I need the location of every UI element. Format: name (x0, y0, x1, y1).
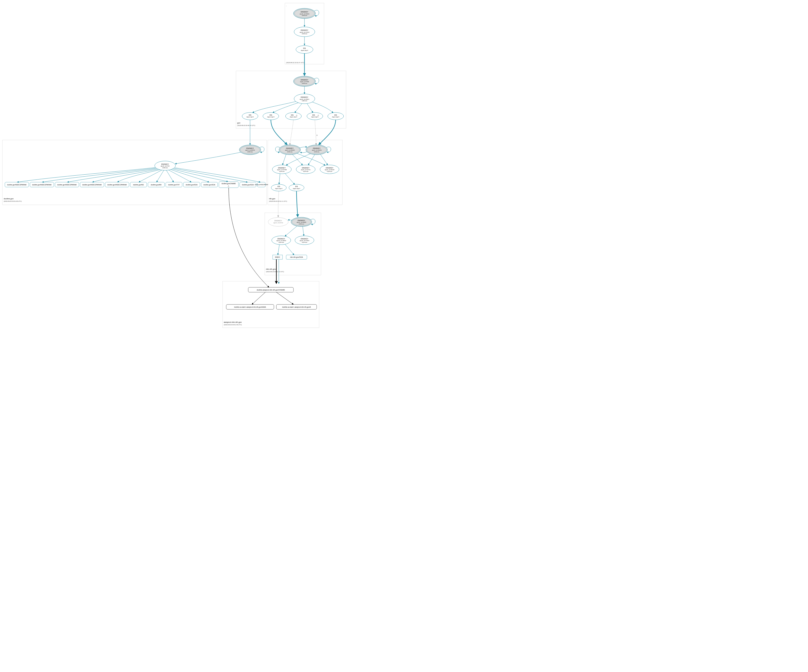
gov-zsk: DNSKEY alg=8, id=40921 1280 bits (294, 94, 315, 104)
svg-text:alg=8, id=38792: alg=8, id=38792 (245, 149, 255, 151)
zone-nlm-label: nlm.nih.gov (266, 268, 276, 270)
zone-nlm: nlm.nih.gov (2023-08-23 00:51:42 UTC) DN… (265, 213, 321, 275)
zone-docline-ts: (2023-08-23 00:51:08 UTC) (4, 200, 22, 202)
svg-rect-95 (2, 140, 267, 205)
svg-text:alg=8, id=20326: alg=8, id=20326 (300, 13, 309, 15)
root-ksk: DNSKEY alg=8, id=20326 2048 bits (294, 8, 319, 18)
svg-text:alg=8, id=40921: alg=8, id=40921 (300, 98, 309, 100)
nih-zsk2: DNSKEY alg=8, id=32751 1024 bits (296, 165, 315, 174)
nih-ds1: DS digest alg=2 (271, 184, 286, 191)
zone-nih-label: nih.gov (269, 198, 275, 200)
warning-icon: ⚠ (228, 185, 229, 187)
nih-ksk2: DNSKEY alg=8, id=32209 2048 bits (306, 145, 331, 155)
svg-text:alg=8, id=22726: alg=8, id=22726 (274, 222, 283, 223)
svg-text:docline-us-east-1.awsprod.nlm.: docline-us-east-1.awsprod.nlm.nih.gov/AA… (234, 306, 266, 308)
zone-nlm-ts: (2023-08-23 00:51:42 UTC) (266, 271, 284, 272)
zone-awsprod-ts: (2023-08-23 00:51:48 UTC) (224, 324, 242, 325)
svg-text:1024 bits: 1024 bits (327, 171, 332, 172)
svg-text:alg=8, id=59039: alg=8, id=59039 (285, 149, 294, 151)
svg-text:DNSKEY: DNSKEY (278, 167, 285, 169)
svg-text:docline.gov/MX: docline.gov/MX (151, 184, 162, 186)
svg-text:digest alg=2: digest alg=2 (293, 188, 300, 189)
svg-text:docline.gov/NS: docline.gov/NS (133, 184, 144, 186)
svg-text:DS: DS (295, 185, 298, 188)
svg-text:2048 bits: 2048 bits (314, 151, 320, 153)
svg-text:alg=8, id=2730: alg=8, id=2730 (161, 165, 169, 167)
nlm-zsk1: DNSKEY alg=8, id=18450 1024 bits (272, 236, 291, 245)
svg-text:docline.gov/NSEC3PARAM: docline.gov/NSEC3PARAM (32, 184, 52, 186)
awsprod-aaaa: docline-us-east-1.awsprod.nlm.nih.gov/AA… (226, 304, 274, 309)
svg-text:1024 bits: 1024 bits (279, 171, 285, 172)
svg-text:DNSKEY: DNSKEY (301, 29, 308, 31)
svg-text:DNSKEY: DNSKEY (326, 167, 333, 169)
svg-text:DNSKEY: DNSKEY (161, 163, 169, 165)
svg-text:DNSKEY: DNSKEY (277, 238, 285, 240)
svg-text:2048 bits: 2048 bits (299, 223, 304, 225)
nlm-zsk2: DNSKEY alg=8, id=37904 1024 bits (295, 236, 314, 245)
svg-text:2048 bits: 2048 bits (302, 83, 307, 84)
docline-rr5: docline.gov/NS (130, 182, 147, 187)
svg-text:docline.gov/SOA: docline.gov/SOA (185, 184, 198, 186)
awsprod-a: docline-us-east-1.awsprod.nlm.nih.gov/A (276, 304, 317, 309)
docline-rr9: docline.gov/SOA (201, 182, 218, 187)
warning-icon: ⚠ (317, 115, 319, 116)
svg-text:NSEC: NSEC (275, 256, 280, 258)
nlm-nsec: NSEC (273, 255, 282, 260)
zone-gov-label: gov (237, 122, 240, 124)
svg-text:1024 bits: 1024 bits (302, 242, 307, 243)
svg-text:docline.gov/TXT: docline.gov/TXT (168, 184, 180, 186)
svg-text:docline.gov/CNAME: docline.gov/CNAME (222, 183, 236, 185)
svg-text:digest alg=2: digest alg=2 (247, 116, 254, 118)
svg-text:DS: DS (277, 185, 280, 188)
zone-root-ts: (2023-08-22 23:31:37 UTC) (286, 62, 304, 63)
svg-text:DNSKEY: DNSKEY (301, 11, 308, 13)
nlm-ksk: DNSKEY alg=8, id=49585 2048 bits (291, 217, 315, 227)
svg-text:digest alg=2: digest alg=2 (301, 50, 308, 51)
svg-text:docline.gov/NSEC3PARAM: docline.gov/NSEC3PARAM (57, 184, 77, 186)
svg-text:alg=8, id=49585: alg=8, id=49585 (297, 222, 306, 223)
docline-rr10: docline.gov/CNAME ⚠ (219, 182, 239, 188)
docline-rr2: docline.gov/NSEC3PARAM (55, 182, 79, 187)
svg-text:DNSKEY: DNSKEY (246, 147, 254, 149)
zone-nih: nih.gov (2023-08-23 00:51:11 UTC) DNSKEY… (268, 140, 342, 205)
svg-text:alg=8, id=37904: alg=8, id=37904 (300, 240, 309, 241)
docline-rr1: docline.gov/NSEC3PARAM (30, 182, 54, 187)
nlm-ksk-grey: DNSKEY alg=8, id=22726 (268, 218, 288, 227)
nih-zsk3: DNSKEY alg=8, id=35230 1024 bits (320, 165, 339, 174)
root-zsk: DNSKEY alg=8, id=11019 2048 bits (294, 27, 315, 37)
zone-docline-label: docline.gov (4, 198, 13, 200)
docline-rr7: docline.gov/TXT (166, 182, 182, 187)
warning-icon: ⚠ (296, 115, 297, 116)
svg-text:2048 bits: 2048 bits (287, 151, 293, 153)
gov-ds4: DS ⚠ digest alg=1 (307, 112, 323, 120)
svg-text:alg=8, id=32209: alg=8, id=32209 (312, 149, 321, 151)
svg-text:1024 bits: 1024 bits (279, 242, 284, 243)
gov-ds5: DS digest alg=2 (328, 112, 344, 120)
docline-rr12: docline.gov/NSEC3PARAM (255, 182, 268, 187)
zone-root-label: . (286, 4, 287, 7)
docline-rr4: docline.gov/NSEC3PARAM (105, 182, 129, 187)
dnssec-diagram: . (2023-08-22 23:31:37 UTC) DNSKEY alg=8… (0, 0, 404, 336)
svg-text:docline.awsprod.nlm.nih.gov/CN: docline.awsprod.nlm.nih.gov/CNAME (257, 289, 285, 291)
svg-text:DNSKEY: DNSKEY (301, 96, 308, 98)
svg-text:DS: DS (269, 114, 272, 116)
svg-text:docline.gov/NSEC3PARAM: docline.gov/NSEC3PARAM (107, 184, 127, 186)
svg-text:docline.gov/SOA: docline.gov/SOA (204, 184, 215, 186)
nih-ds2: DS digest alg=2 (289, 184, 304, 191)
svg-text:DNSKEY: DNSKEY (313, 147, 321, 149)
docline-rr-row: docline.gov/NSEC3PARAM docline.gov/NSEC3… (5, 182, 268, 188)
zone-gov: gov (2023-08-23 00:40:24 UTC) DNSKEY alg… (236, 71, 346, 128)
gov-ds2: DS digest alg=2 (263, 112, 279, 120)
docline-rr3: docline.gov/NSEC3PARAM (80, 182, 104, 187)
svg-text:docline.gov/NSEC3PARAM: docline.gov/NSEC3PARAM (255, 184, 268, 185)
svg-text:2048 bits: 2048 bits (302, 33, 307, 35)
zone-awsprod-label: awsprod.nlm.nih.gov (224, 321, 242, 323)
svg-text:alg=8, id=7698: alg=8, id=7698 (300, 81, 309, 82)
nih-zsk1: DNSKEY alg=8, id=37398 1024 bits (272, 165, 292, 174)
warning-icon: ⚠ (316, 134, 318, 136)
svg-text:digest alg=1: digest alg=1 (311, 116, 319, 118)
gov-ksk: DNSKEY alg=8, id=7698 2048 bits (294, 76, 319, 87)
svg-text:docline.gov/NSEC3PARAM: docline.gov/NSEC3PARAM (82, 184, 102, 186)
svg-text:alg=8, id=11019: alg=8, id=11019 (300, 32, 309, 33)
docline-zsk: DNSKEY alg=8, id=2730 2048 bits (155, 161, 175, 170)
